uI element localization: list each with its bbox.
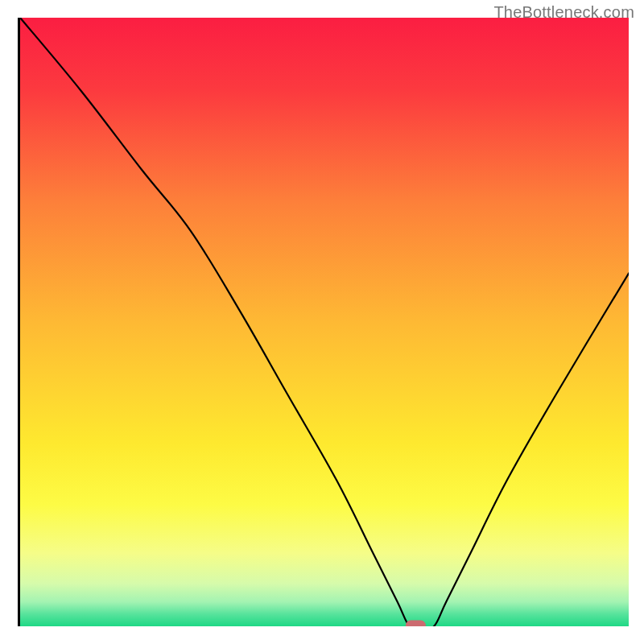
chart-marker-pill [406,621,426,626]
chart-background-gradient [20,18,629,626]
bottleneck-chart [20,18,629,626]
watermark-text: TheBottleneck.com [493,3,634,22]
chart-axes [18,18,626,626]
